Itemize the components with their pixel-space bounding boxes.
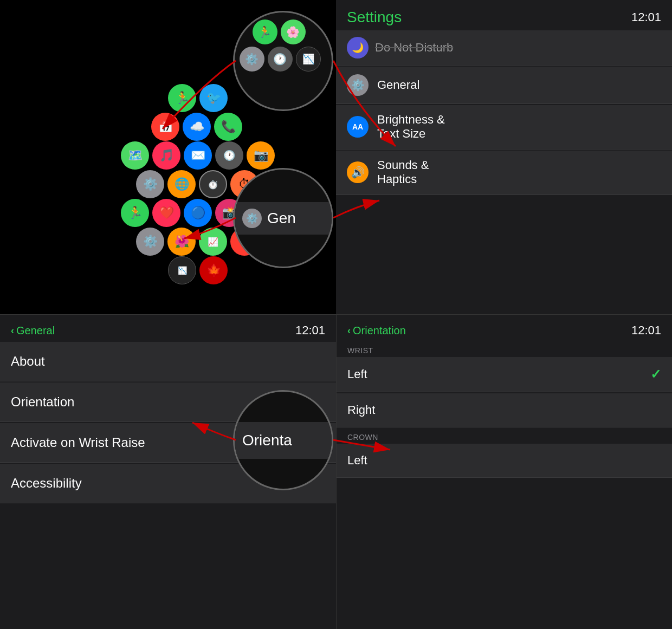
zoom-settings-gear: ⚙️ [240,47,264,72]
left-wrist-item[interactable]: Left ✓ [337,357,672,392]
mail-app-icon[interactable]: ✉️ [184,141,212,170]
photos2-app-icon[interactable]: 🌺 [167,228,196,256]
twitter-app-icon[interactable]: 🐦 [199,84,228,112]
activity-app-icon[interactable]: 🏃 [168,84,196,112]
about-label: About [11,354,45,369]
zoom-gear-icon: ⚙️ [242,209,262,228]
wrist-section-label: WRIST [337,342,672,357]
orientation-screen: ‹ Orientation 12:01 WRIST Left ✓ Right C… [336,314,672,629]
brightness-label: Brightness &Text Size [377,113,445,141]
general-header: ‹ General 12:01 [0,315,336,342]
dnd-label: Do Not Disturb [375,41,453,55]
settings-header: Settings 12:01 [336,0,672,30]
orientation-chevron-icon: ‹ [347,325,351,336]
brightness-icon: AA [347,116,369,138]
do-not-disturb-item[interactable]: 🌙 Do Not Disturb [336,30,672,66]
general-back-label: General [16,325,55,337]
maps2-app-icon[interactable]: 🔵 [184,199,212,227]
stocks2-app-icon[interactable]: 📉 [168,256,196,284]
weather-app-icon[interactable]: ☁️ [183,113,211,141]
sounds-label: Sounds &Haptics [377,158,429,187]
zoom-orientation-label: Orienta [242,432,292,449]
settings-app-icon[interactable]: ⚙️ [136,170,164,198]
settings-screen: Settings 12:01 🌙 Do Not Disturb ⚙️ Gener… [336,0,672,314]
general-time: 12:01 [295,323,325,338]
maps-app-icon[interactable]: 🗺️ [121,141,149,170]
zoom-circle-apps-content: 🏃 🌸 ⚙️ 🕐 📉 [237,15,329,107]
left-wrist-checkmark: ✓ [650,367,661,382]
app-grid: 🏃 🐦 📅 ☁️ 📞 🗺️ 🎵 ✉️ 🕐 📷 ⚙️ 🌐 ⏱️ ⏱ 🌸 🏃 ❤️ … [76,54,260,260]
clock-app-icon[interactable]: 🕐 [215,141,243,170]
left-wrist-label: Left [347,367,367,381]
phone-app-icon[interactable]: 📞 [214,113,242,141]
orientation-content: WRIST Left ✓ Right CROWN Left [337,342,672,479]
left-crown-label: Left [347,453,367,468]
crown-section-label: CROWN [337,429,672,444]
brightness-settings-item[interactable]: AA Brightness &Text Size [336,105,672,150]
calendar-app-icon[interactable]: 📅 [151,113,179,141]
about-item[interactable]: About [0,342,336,381]
globe-app-icon[interactable]: 🌐 [167,170,196,198]
accessibility-label: Accessibility [11,476,82,491]
fitness-app-icon[interactable]: 🏃 [121,199,149,227]
canada-app-icon[interactable]: 🍁 [199,256,228,284]
zoom-circle-general: ⚙️ Gen [233,168,333,268]
wrist-raise-label: Activate on Wrist Raise [11,435,145,450]
camera-app-icon[interactable]: 📷 [247,141,275,170]
general-settings-item[interactable]: ⚙️ General [336,67,672,104]
zoom-stocks-icon: 📉 [296,47,321,72]
main-layout: 🏃 🐦 📅 ☁️ 📞 🗺️ 🎵 ✉️ 🕐 📷 ⚙️ 🌐 ⏱️ ⏱ 🌸 🏃 ❤️ … [0,0,672,629]
zoom-circle-orientation: Orienta [233,390,333,490]
settings-time: 12:01 [631,10,661,24]
general-icon: ⚙️ [347,74,369,96]
right-wrist-item[interactable]: Right [337,393,672,427]
zoom-general-content: ⚙️ Gen [235,202,332,235]
sounds-icon: 🔊 [347,161,369,183]
dnd-icon: 🌙 [347,37,369,59]
worldclock-app-icon[interactable]: ⏱️ [199,170,227,198]
zoom-photos-icon: 🌸 [281,20,306,44]
sounds-settings-item[interactable]: 🔊 Sounds &Haptics [336,151,672,195]
left-crown-item[interactable]: Left [337,444,672,478]
heartrate-app-icon[interactable]: ❤️ [152,199,180,227]
orientation-back-label: Orientation [353,325,406,337]
orientation-back-button[interactable]: ‹ Orientation [347,325,406,337]
music-app-icon[interactable]: 🎵 [152,141,180,170]
gear2-app-icon[interactable]: ⚙️ [136,228,164,256]
orientation-label: Orientation [11,394,74,410]
right-wrist-label: Right [347,403,375,417]
settings-items-list: ⚙️ General AA Brightness &Text Size 🔊 So… [336,67,672,314]
chevron-left-icon: ‹ [11,325,14,336]
settings-title: Settings [347,9,402,26]
zoom-clock-icon: 🕐 [268,47,293,72]
orientation-header: ‹ Orientation 12:01 [337,315,672,342]
orientation-time: 12:01 [631,323,661,338]
zoom-circle-apps: 🏃 🌸 ⚙️ 🕐 📉 [233,11,333,111]
zoom-orientation-content: Orienta [235,422,332,459]
stocks-app-icon[interactable]: 📈 [199,228,227,256]
zoom-activity-icon: 🏃 [253,20,277,44]
general-back-button[interactable]: ‹ General [11,325,55,337]
general-label: General [377,78,419,92]
zoom-general-label: Gen [267,210,296,227]
